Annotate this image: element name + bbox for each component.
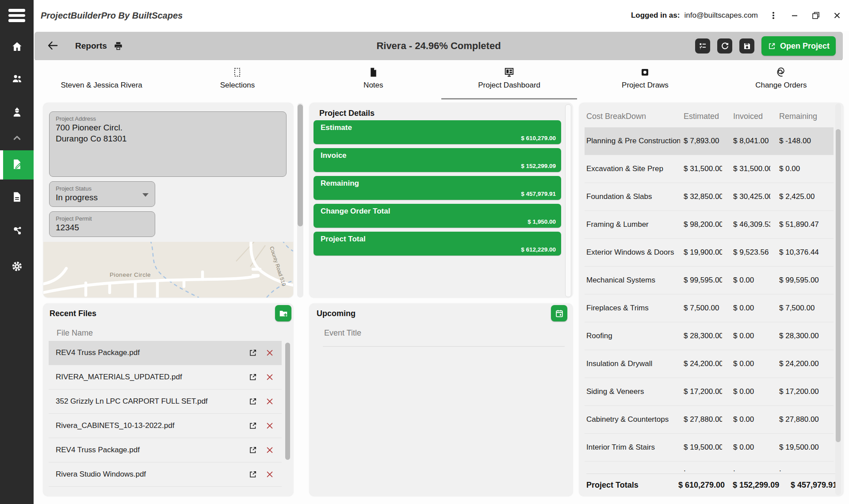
sidebar — [0, 0, 34, 504]
minimize-button[interactable] — [789, 10, 800, 21]
file-row-rivera-materials[interactable]: RIVERA_MATERIALS_UPDATED.pdf — [49, 365, 282, 389]
col-header-remaining: Remaining — [779, 112, 834, 121]
delete-file-icon[interactable] — [263, 468, 276, 481]
tab-client[interactable]: Steven & Jessica Rivera — [34, 60, 169, 99]
detail-bar-invoice: Invoice $ 152,299.09 — [314, 148, 561, 172]
dropdown-caret-icon — [142, 193, 149, 197]
file-row-grizzly-carport[interactable]: 352 Grizzly Ln LPC CARPORT FULL SET.pdf — [49, 389, 282, 414]
files-scrollbar-thumb[interactable] — [285, 343, 290, 460]
tab-notes[interactable]: Notes — [306, 60, 441, 99]
hamburger-menu-icon[interactable] — [0, 4, 34, 27]
restore-button[interactable] — [810, 10, 822, 21]
delete-file-icon[interactable] — [263, 346, 276, 359]
cost-row-framing[interactable]: Framing & Lumber $ 98,200.00 $ 46,309.53… — [585, 211, 834, 239]
home-icon — [11, 41, 23, 54]
hub-icon — [11, 225, 23, 238]
logged-in-email: info@builtscapes.com — [684, 11, 758, 20]
cost-table-body: Planning & Pre Construction $ 7,893.00 $… — [585, 127, 834, 477]
open-file-icon[interactable] — [246, 443, 260, 457]
document-edit-icon — [11, 158, 23, 172]
save-button[interactable] — [739, 38, 754, 53]
tasks-checklist-button[interactable] — [695, 38, 710, 53]
cost-row-foundation[interactable]: Foundation & Slabs $ 32,850.00 $ 30,425.… — [585, 183, 834, 211]
open-file-icon[interactable] — [246, 419, 260, 432]
cost-row-interior-trim[interactable]: Interior Trim & Stairs $ 19,500.00 $ 0.0… — [585, 434, 834, 462]
col-header-cost-breakdown: Cost BreakDown — [586, 112, 684, 121]
map-road-label: Pioneer Circle — [110, 271, 151, 278]
delete-file-icon[interactable] — [263, 395, 276, 408]
cost-row-excavation[interactable]: Excavation & Site Prep $ 31,500.00 $ 31,… — [585, 155, 834, 183]
project-totals-row: Project Totals $ 610,279.00 $ 152,299.09… — [586, 473, 837, 496]
project-permit-field[interactable]: Project Permit 12345 — [49, 211, 155, 237]
sidebar-item-collapse[interactable] — [0, 126, 34, 151]
recent-files-card: Recent Files File Name REV4 Truss Packag… — [43, 304, 293, 496]
cost-scrollbar-thumb[interactable] — [836, 129, 841, 442]
sidebar-item-documents[interactable] — [0, 185, 34, 210]
delete-file-icon[interactable] — [263, 443, 276, 457]
tab-selections[interactable]: Selections — [169, 60, 305, 99]
project-status-label: Project Status — [50, 182, 155, 192]
document-icon — [11, 191, 23, 205]
file-row-rev4-truss-1[interactable]: REV4 Truss Package.pdf — [49, 341, 282, 365]
cost-row-exterior-windows[interactable]: Exterior Windows & Doors $ 19,900.00 $ 9… — [585, 239, 834, 267]
total-remaining: $ 457,979.91 — [782, 481, 837, 490]
sidebar-item-home[interactable] — [0, 35, 34, 60]
open-project-label: Open Project — [780, 42, 830, 51]
cost-row-roofing[interactable]: Roofing $ 28,300.00 $ 0.00 $ 28,300.00 — [585, 322, 834, 350]
calendar-add-icon — [555, 309, 564, 318]
project-builder-pro-window: ProjectBuilderPro By BuiltScapes Logged … — [0, 0, 849, 504]
open-project-button[interactable]: Open Project — [761, 36, 836, 56]
add-event-button[interactable] — [551, 305, 567, 321]
sidebar-item-project-report[interactable] — [0, 150, 34, 179]
info-scrollbar-thumb[interactable] — [298, 104, 303, 226]
sidebar-item-integrations[interactable] — [0, 219, 34, 244]
detail-bar-estimate: Estimate $ 610,279.00 — [314, 120, 561, 144]
open-file-icon[interactable] — [246, 370, 260, 384]
cost-row-fireplaces[interactable]: Fireplaces & Trims $ 7,500.00 $ 0.00 $ 7… — [585, 294, 834, 322]
cost-breakdown-card: Cost BreakDown Estimated Invoiced Remain… — [579, 103, 843, 496]
delete-file-icon[interactable] — [263, 370, 276, 384]
total-estimated: $ 610,279.00 — [675, 481, 725, 490]
detail-bars: Estimate $ 610,279.00 Invoice $ 152,299.… — [314, 120, 561, 256]
kebab-menu-icon[interactable] — [768, 10, 779, 21]
people-icon — [11, 73, 23, 86]
details-scrollbar-track[interactable] — [565, 104, 571, 297]
open-file-icon[interactable] — [246, 346, 260, 359]
open-file-icon[interactable] — [246, 395, 260, 408]
add-file-button[interactable] — [275, 305, 291, 321]
total-invoiced: $ 152,299.09 — [727, 481, 779, 490]
delete-file-icon[interactable] — [263, 419, 276, 432]
upcoming-title: Upcoming — [317, 309, 356, 318]
file-row-rivera-cabinets[interactable]: Rivera_CABINETS_10-13-2022.pdf — [49, 414, 282, 438]
cost-row-cabinetry[interactable]: Cabinetry & Countertops $ 27,880.00 $ 0.… — [585, 406, 834, 434]
event-title-underline — [323, 346, 565, 347]
sidebar-item-clients[interactable] — [0, 67, 34, 92]
project-details-card: Project Details Estimate $ 610,279.00 In… — [310, 103, 573, 298]
close-button[interactable] — [831, 10, 843, 21]
open-file-icon[interactable] — [246, 468, 260, 481]
col-header-estimated: Estimated — [684, 112, 733, 121]
refresh-button[interactable] — [717, 38, 732, 53]
file-row-rev4-truss-2[interactable]: REV4 Truss Package.pdf — [49, 438, 282, 462]
cost-row-siding[interactable]: Siding & Veneers $ 17,200.00 $ 0.00 $ 17… — [585, 378, 834, 406]
cost-row-planning[interactable]: Planning & Pre Construction $ 7,893.00 $… — [585, 127, 834, 155]
tab-change-orders[interactable]: Change Orders — [713, 60, 849, 99]
sidebar-item-settings[interactable] — [0, 255, 34, 279]
cost-row-mechanical[interactable]: Mechanical Systems $ 99,595.00 $ 0.00 $ … — [585, 267, 834, 294]
worker-icon — [11, 106, 23, 120]
detail-bar-change-order-total: Change Order Total $ 1,950.00 — [314, 204, 561, 228]
tab-project-draws[interactable]: Project Draws — [577, 60, 713, 99]
tab-project-dashboard[interactable]: Project Dashboard — [441, 60, 577, 99]
notes-icon — [368, 66, 379, 78]
cost-row-insulation[interactable]: Insulation & Drywall $ 24,200.00 $ 0.00 … — [585, 350, 834, 378]
chevron-up-icon — [11, 132, 23, 145]
file-row-rivera-studio-windows[interactable]: Rivera Studio Windows.pdf — [49, 462, 282, 487]
project-location-map: Pioneer Circle County Road 510 — [43, 242, 293, 298]
tab-bar: Steven & Jessica Rivera Selections Notes… — [34, 60, 849, 99]
project-address-field[interactable]: Project Address 700 Pioneer Circl. Duran… — [49, 111, 287, 177]
draws-icon — [639, 66, 650, 78]
sidebar-item-contractor[interactable] — [0, 100, 34, 125]
upcoming-card: Upcoming Event Title — [310, 304, 573, 496]
change-orders-icon — [776, 66, 787, 78]
project-status-dropdown[interactable]: Project Status In progress — [49, 181, 155, 207]
